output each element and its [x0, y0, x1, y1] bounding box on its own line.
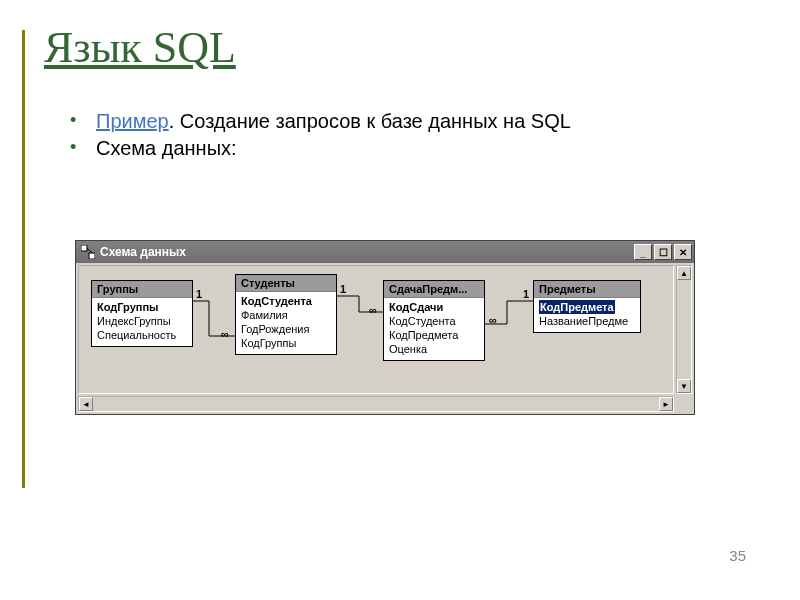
scroll-right-icon[interactable]: ►	[659, 397, 673, 411]
scroll-left-icon[interactable]: ◄	[79, 397, 93, 411]
example-link[interactable]: Пример	[96, 110, 169, 132]
scroll-down-icon[interactable]: ▼	[677, 379, 691, 393]
rel-many-label: ∞	[489, 314, 497, 326]
scroll-corner	[676, 396, 692, 412]
relationship-lines	[79, 266, 674, 394]
minimize-button[interactable]: _	[634, 244, 652, 260]
slide: Язык SQL Пример. Создание запросов к баз…	[0, 0, 800, 600]
window-titlebar[interactable]: Схема данных _ ☐ ✕	[76, 241, 694, 263]
bullet-text: . Создание запросов к базе данных на SQL	[169, 110, 571, 132]
bullet-list: Пример. Создание запросов к базе данных …	[60, 110, 710, 164]
rel-one-label: 1	[523, 288, 529, 300]
rel-many-label: ∞	[369, 304, 377, 316]
schema-window: Схема данных _ ☐ ✕ Группы КодГруппы Инде…	[75, 240, 695, 415]
close-button[interactable]: ✕	[674, 244, 692, 260]
bullet-item: Схема данных:	[60, 137, 710, 160]
side-accent-line	[22, 30, 25, 488]
rel-many-label: ∞	[221, 328, 229, 340]
rel-one-label: 1	[340, 283, 346, 295]
maximize-button[interactable]: ☐	[654, 244, 672, 260]
slide-title: Язык SQL	[44, 22, 236, 73]
page-number: 35	[729, 547, 746, 564]
bullet-text: Схема данных:	[96, 137, 237, 159]
rel-one-label: 1	[196, 288, 202, 300]
diagram-canvas[interactable]: Группы КодГруппы ИндексГруппы Специально…	[78, 265, 674, 394]
window-title: Схема данных	[100, 245, 186, 259]
svg-line-2	[87, 248, 92, 253]
svg-rect-1	[89, 253, 95, 259]
bullet-item: Пример. Создание запросов к базе данных …	[60, 110, 710, 133]
relationships-icon	[80, 244, 96, 260]
svg-rect-0	[81, 245, 87, 251]
scroll-up-icon[interactable]: ▲	[677, 266, 691, 280]
horizontal-scrollbar[interactable]: ◄ ►	[78, 396, 674, 412]
vertical-scrollbar[interactable]: ▲ ▼	[676, 265, 692, 394]
